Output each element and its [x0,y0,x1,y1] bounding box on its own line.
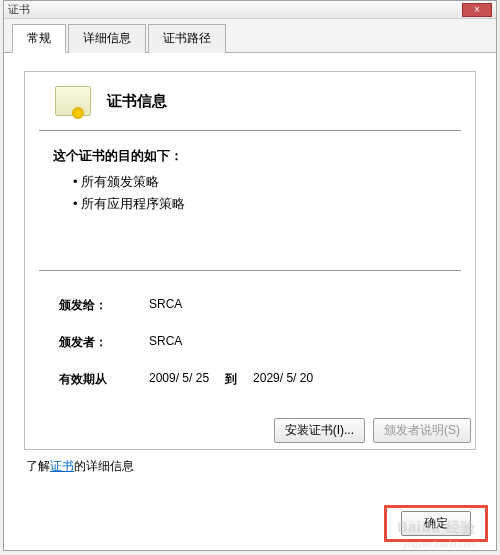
purpose-item: 所有应用程序策略 [73,193,447,215]
tab-details[interactable]: 详细信息 [68,24,146,53]
issued-by-value: SRCA [149,334,441,351]
tab-strip: 常规 详细信息 证书路径 [4,19,496,53]
titlebar[interactable]: 证书 × [4,1,496,19]
certificate-icon [55,86,91,116]
tab-general[interactable]: 常规 [12,24,66,53]
learn-more-line: 了解证书的详细信息 [24,450,476,489]
cert-header: 证书信息 [39,72,461,131]
details-section: 颁发给： SRCA 颁发者： SRCA 有效期从 2009/ 5/ 25 到 2… [39,271,461,408]
valid-from-value: 2009/ 5/ 25 [149,371,209,388]
certificate-dialog: 证书 × 常规 详细信息 证书路径 证书信息 这个证书的目的如下： 所有颁发策略… [3,0,497,551]
issued-by-label: 颁发者： [59,334,149,351]
issued-by-row: 颁发者： SRCA [53,324,447,361]
valid-to-label: 到 [225,371,237,388]
dialog-button-row: 确定 [4,501,496,550]
window-title: 证书 [8,2,30,17]
issued-to-row: 颁发给： SRCA [53,287,447,324]
purpose-item: 所有颁发策略 [73,171,447,193]
tab-content: 证书信息 这个证书的目的如下： 所有颁发策略 所有应用程序策略 颁发给： SRC… [4,53,496,501]
tab-cert-path[interactable]: 证书路径 [148,24,226,53]
valid-to-value: 2029/ 5/ 20 [253,371,313,388]
purpose-section: 这个证书的目的如下： 所有颁发策略 所有应用程序策略 [39,131,461,271]
issued-to-value: SRCA [149,297,441,314]
issuer-statement-button: 颁发者说明(S) [373,418,471,443]
ok-button[interactable]: 确定 [401,511,471,536]
issued-to-label: 颁发给： [59,297,149,314]
purpose-heading: 这个证书的目的如下： [53,147,447,165]
learn-more-link[interactable]: 证书 [50,459,74,473]
purpose-list: 所有颁发策略 所有应用程序策略 [53,171,447,215]
valid-from-label: 有效期从 [59,371,149,388]
cert-info-box: 证书信息 这个证书的目的如下： 所有颁发策略 所有应用程序策略 颁发给： SRC… [24,71,476,450]
install-cert-button[interactable]: 安装证书(I)... [274,418,365,443]
ok-highlight: 确定 [384,505,488,542]
learn-more-prefix: 了解 [26,459,50,473]
cert-info-title: 证书信息 [107,92,167,111]
learn-more-suffix: 的详细信息 [74,459,134,473]
close-button[interactable]: × [462,3,492,17]
cert-button-row: 安装证书(I)... 颁发者说明(S) [25,408,475,449]
validity-row: 有效期从 2009/ 5/ 25 到 2029/ 5/ 20 [53,361,447,398]
